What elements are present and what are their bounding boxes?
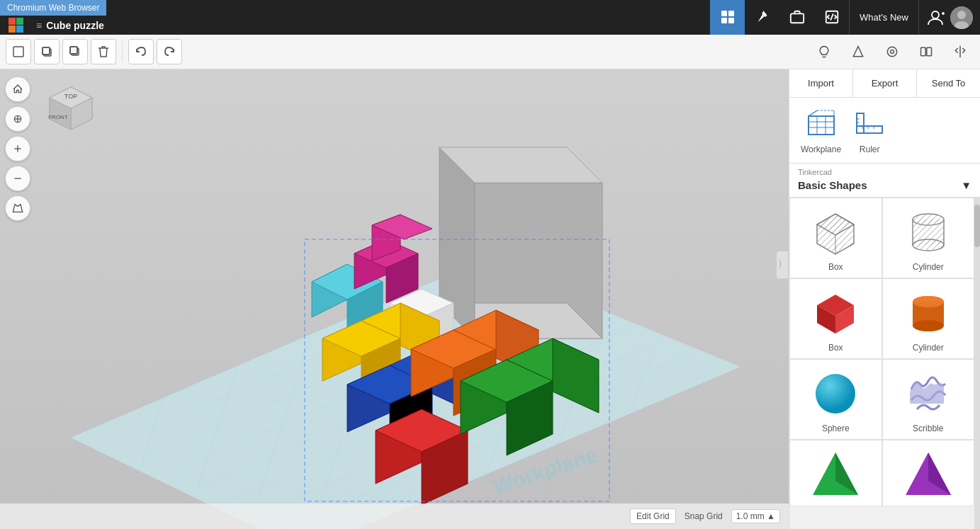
shape-item-pyramid-purple[interactable] [882, 440, 975, 506]
svg-rect-1 [728, 11, 734, 16]
svg-rect-5 [790, 13, 803, 23]
logo-e [16, 18, 23, 25]
shapes-dropdown[interactable]: Basic Shapes ▼ [798, 176, 971, 194]
shape-item-box-outline[interactable]: Box [789, 198, 882, 278]
apps-view-button[interactable] [710, 0, 745, 35]
shape-item-sphere[interactable]: Sphere [789, 359, 882, 440]
home-view-button[interactable] [5, 76, 30, 102]
view-controls [0, 69, 35, 221]
toolbar-separator [122, 41, 123, 62]
scene-svg: Workplane [0, 69, 789, 529]
delete-button[interactable] [91, 39, 116, 64]
chevron-down-icon: ▼ [961, 179, 971, 191]
learn-button[interactable] [745, 0, 779, 35]
workplane-tool[interactable]: Workplane [801, 106, 841, 154]
ruler-tool[interactable]: Ruler [852, 106, 886, 154]
zoom-in-button[interactable] [5, 136, 30, 161]
svg-point-8 [932, 11, 939, 18]
3d-viewport[interactable]: TOP FRONT [0, 69, 789, 529]
svg-rect-0 [721, 11, 727, 16]
align-button[interactable] [844, 39, 872, 64]
shape-box-outline-label: Box [828, 262, 843, 272]
toolbar2 [0, 35, 980, 69]
flip-button[interactable] [946, 39, 974, 64]
send-to-button[interactable]: Send To [917, 69, 980, 97]
top-right-icons: What's New [710, 0, 980, 35]
gallery-button[interactable] [779, 0, 814, 35]
workplane-label: Workplane [801, 144, 841, 154]
snap-grid-label: Snap Grid [685, 511, 723, 521]
svg-rect-2 [721, 18, 727, 23]
new-design-button[interactable] [6, 39, 31, 64]
orientation-cube[interactable]: TOP FRONT [39, 76, 103, 140]
svg-point-22 [887, 47, 896, 56]
shape-item-scribble[interactable]: Scribble [882, 359, 975, 440]
ruler-tool-icon [852, 106, 886, 140]
project-menu-icon[interactable]: ≡ [36, 20, 42, 31]
zoom-out-button[interactable] [5, 166, 30, 191]
svg-text:TOP: TOP [64, 93, 77, 100]
shape-cylinder-outline-label: Cylinder [913, 262, 944, 272]
add-user-button[interactable] [926, 8, 946, 28]
fit-view-button[interactable] [5, 106, 30, 132]
import-button[interactable]: Import [789, 69, 853, 97]
shapes-list: Box [789, 198, 974, 529]
tinkercad-logo[interactable] [3, 16, 29, 35]
mirror-button[interactable] [912, 39, 940, 64]
svg-point-23 [891, 50, 894, 54]
copy-button[interactable] [34, 39, 60, 64]
topbar: Chromium Web Browser ≡ Cube puzzle [0, 0, 980, 35]
undo-button[interactable] [128, 39, 154, 64]
redo-button[interactable] [157, 39, 182, 64]
avatar[interactable] [950, 6, 973, 29]
svg-rect-100 [809, 116, 834, 135]
svg-rect-108 [857, 126, 882, 133]
user-icons [919, 0, 980, 35]
svg-rect-25 [927, 47, 932, 56]
svg-rect-3 [728, 18, 734, 23]
duplicate-button[interactable] [62, 39, 88, 64]
toolbar2-right [810, 39, 974, 64]
status-bar: Edit Grid Snap Grid 1.0 mm ▲ [0, 504, 789, 529]
svg-line-105 [809, 110, 817, 116]
svg-point-132 [816, 374, 855, 414]
shape-item-cylinder-outline[interactable]: Cylinder [882, 198, 975, 278]
shape-item-pyramid-green[interactable] [789, 440, 882, 506]
shape-scribble-label: Scribble [913, 423, 943, 433]
svg-point-12 [957, 11, 966, 19]
svg-point-124 [913, 239, 944, 251]
svg-point-130 [913, 320, 944, 331]
logo-r [9, 25, 16, 33]
shape-item-box-solid[interactable]: Box [789, 278, 882, 359]
shapes-category: Tinkercad [798, 168, 971, 176]
svg-rect-24 [921, 47, 926, 56]
svg-rect-14 [13, 47, 23, 57]
svg-text:FRONT: FRONT [48, 114, 68, 120]
shapes-dropdown-label: Basic Shapes [798, 179, 867, 191]
visibility-button[interactable] [810, 39, 838, 64]
shapes-header: Tinkercad Basic Shapes ▼ [789, 164, 980, 198]
snap-grid-value[interactable]: 1.0 mm ▲ [731, 509, 780, 523]
svg-rect-109 [857, 113, 864, 133]
workplane-tool-icon [804, 106, 838, 140]
tinkercode-button[interactable] [814, 0, 849, 35]
panel-collapse-handle[interactable]: 〉 [776, 251, 789, 279]
logo-k [9, 18, 16, 25]
panel-tools: Workplane Ruler [789, 98, 980, 164]
export-button[interactable]: Export [853, 69, 917, 97]
perspective-button[interactable] [5, 195, 30, 221]
svg-marker-21 [853, 47, 862, 57]
whats-new-button[interactable]: What's New [849, 0, 919, 35]
shapes-scroll: Box [789, 198, 980, 529]
svg-point-131 [913, 296, 944, 307]
svg-rect-19 [70, 47, 77, 54]
shapes-scrollbar[interactable] [974, 198, 980, 529]
scrollbar-thumb[interactable] [974, 205, 980, 247]
group-button[interactable] [878, 39, 906, 64]
shape-item-cylinder-solid[interactable]: Cylinder [882, 278, 975, 359]
project-title: Cube puzzle [46, 20, 104, 31]
shape-box-solid-label: Box [828, 343, 843, 353]
shape-cylinder-solid-label: Cylinder [913, 343, 944, 353]
edit-grid-button[interactable]: Edit Grid [630, 508, 676, 524]
browser-tab: Chromium Web Browser [0, 0, 106, 16]
